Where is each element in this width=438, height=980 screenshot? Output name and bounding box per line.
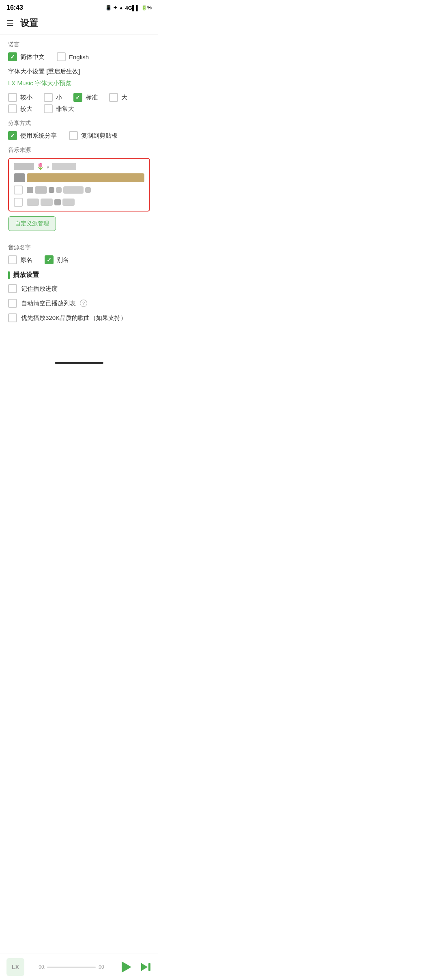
source-4-checkbox[interactable] <box>14 198 23 207</box>
font-large-group[interactable]: 大 <box>109 93 127 102</box>
source-3-checkbox[interactable] <box>14 186 23 194</box>
music-source-item-2 <box>14 173 144 182</box>
music-source-label: 音乐来源 <box>8 147 150 154</box>
prefer-quality-label: 优先播放320K品质的歌曲（如果支持） <box>21 314 127 322</box>
wifi-icon: ▲ <box>119 5 124 11</box>
share-label: 分享方式 <box>8 120 150 127</box>
battery-icon: 🔋% <box>141 5 152 11</box>
audio-alias-label: 别名 <box>57 256 69 264</box>
share-clipboard-checkbox[interactable] <box>69 131 78 140</box>
page-title: 设置 <box>20 17 38 29</box>
font-small-group[interactable]: 小 <box>44 93 62 102</box>
font-larger-group[interactable]: 较大 <box>8 104 32 113</box>
signal-icon: 4G▌▌ <box>125 5 140 11</box>
font-size-row2: 较大 非常大 <box>8 104 150 113</box>
language-chinese-group[interactable]: 简体中文 <box>8 52 45 61</box>
font-smaller-group[interactable]: 较小 <box>8 93 32 102</box>
share-options: 使用系统分享 复制到剪贴板 <box>8 131 150 140</box>
language-options: 简体中文 English <box>8 52 150 61</box>
language-chinese-label: 简体中文 <box>20 53 45 61</box>
share-system-group[interactable]: 使用系统分享 <box>8 131 57 140</box>
remember-progress-label: 记住播放进度 <box>21 285 58 293</box>
share-clipboard-group[interactable]: 复制到剪贴板 <box>69 131 118 140</box>
share-system-checkbox[interactable] <box>8 131 17 140</box>
font-size-section-label: 字体大小设置 [重启后生效] <box>8 68 150 76</box>
font-preview: LX Music 字体大小预览 <box>8 80 150 87</box>
music-source-item-4[interactable] <box>14 198 144 207</box>
status-time: 16:43 <box>6 4 23 11</box>
language-english-checkbox[interactable] <box>57 52 66 61</box>
language-english-group[interactable]: English <box>57 52 89 61</box>
audio-alias-group[interactable]: 别名 <box>45 255 69 264</box>
play-settings-title: 播放设置 <box>13 271 39 279</box>
font-standard-label: 标准 <box>86 94 98 101</box>
auto-clear-item: 自动清空已播放列表 ? <box>8 299 150 308</box>
font-small-checkbox[interactable] <box>44 93 53 102</box>
font-smaller-checkbox[interactable] <box>8 93 17 102</box>
audio-original-group[interactable]: 原名 <box>8 255 32 264</box>
remember-progress-checkbox[interactable] <box>8 284 17 293</box>
prefer-quality-item: 优先播放320K品质的歌曲（如果支持） <box>8 313 150 322</box>
remember-progress-item: 记住播放进度 <box>8 284 150 293</box>
font-large-label: 大 <box>121 94 127 101</box>
status-icons: 📳 ✦ ▲ 4G▌▌ 🔋% <box>105 5 152 11</box>
source-emoji-1: 🌷 <box>36 163 44 170</box>
font-small-label: 小 <box>56 94 62 101</box>
music-source-item-1: 🌷 v <box>14 163 144 170</box>
menu-icon[interactable]: ☰ <box>6 18 14 28</box>
auto-clear-label: 自动清空已播放列表 <box>21 300 76 307</box>
language-chinese-checkbox[interactable] <box>8 52 17 61</box>
font-large-checkbox[interactable] <box>109 93 118 102</box>
audio-name-label: 音源名字 <box>8 244 150 251</box>
music-source-box: 🌷 v <box>8 158 150 212</box>
music-source-item-3[interactable] <box>14 186 144 194</box>
font-xlarge-checkbox[interactable] <box>44 104 53 113</box>
language-english-label: English <box>69 54 89 60</box>
font-larger-checkbox[interactable] <box>8 104 17 113</box>
section-bar <box>8 271 10 279</box>
font-xlarge-label: 非常大 <box>56 105 74 113</box>
auto-clear-help-icon[interactable]: ? <box>80 300 87 307</box>
audio-name-options: 原名 别名 <box>8 255 150 264</box>
play-settings-heading: 播放设置 <box>8 271 150 279</box>
audio-alias-checkbox[interactable] <box>45 255 54 264</box>
custom-source-button[interactable]: 自定义源管理 <box>8 216 56 231</box>
bluetooth-icon: ✦ <box>113 5 117 11</box>
audio-original-label: 原名 <box>20 256 32 264</box>
content: 诺言 简体中文 English 字体大小设置 [重启后生效] LX Music … <box>0 41 158 360</box>
font-size-row1: 较小 小 标准 大 <box>8 93 150 102</box>
font-standard-group[interactable]: 标准 <box>73 93 98 102</box>
font-larger-label: 较大 <box>20 105 32 113</box>
share-system-label: 使用系统分享 <box>20 132 57 140</box>
font-standard-checkbox[interactable] <box>73 93 82 102</box>
auto-clear-checkbox[interactable] <box>8 299 17 308</box>
vibrate-icon: 📳 <box>105 5 112 11</box>
prefer-quality-checkbox[interactable] <box>8 313 17 322</box>
scroll-indicator <box>55 362 103 364</box>
header: ☰ 设置 <box>0 14 158 35</box>
language-label: 诺言 <box>8 41 150 48</box>
font-xlarge-group[interactable]: 非常大 <box>44 104 74 113</box>
share-clipboard-label: 复制到剪贴板 <box>81 132 118 140</box>
audio-original-checkbox[interactable] <box>8 255 17 264</box>
source-version-1: v <box>47 164 49 170</box>
status-bar: 16:43 📳 ✦ ▲ 4G▌▌ 🔋% <box>0 0 158 14</box>
font-smaller-label: 较小 <box>20 94 32 101</box>
